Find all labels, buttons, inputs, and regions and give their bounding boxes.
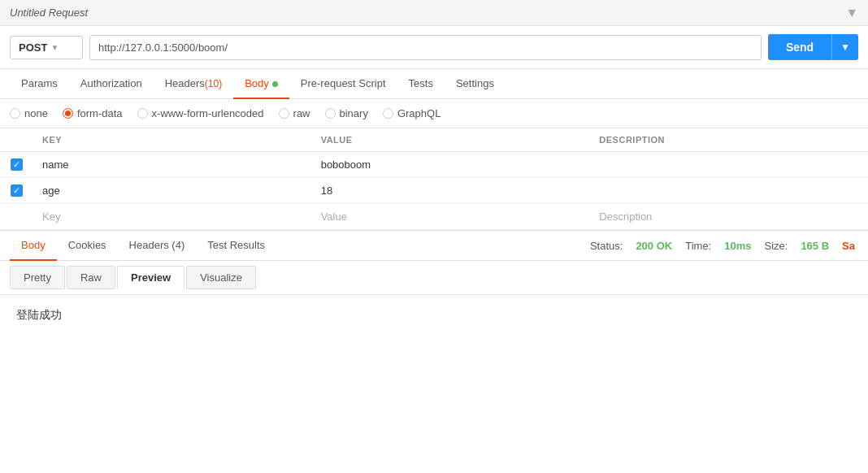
request-tabs: Params Authorization Headers(10) Body Pr… — [0, 69, 868, 99]
method-select[interactable]: POST ▼ — [10, 36, 83, 59]
tab-body[interactable]: Body — [233, 69, 289, 99]
response-tabs: Body Cookies Headers (4) Test Results — [10, 231, 276, 260]
url-bar: POST ▼ Send ▼ — [0, 26, 868, 69]
placeholder-value[interactable]: Value — [311, 204, 590, 229]
raw-radio[interactable] — [279, 108, 289, 119]
binary-radio[interactable] — [325, 108, 336, 119]
col-value: VALUE — [311, 128, 590, 151]
response-status: Status: 200 OK Time: 10ms Size: 165 B Sa — [590, 240, 858, 252]
row1-key[interactable]: name — [33, 152, 311, 177]
format-tab-raw[interactable]: Raw — [67, 266, 115, 289]
row2-value[interactable]: 18 — [311, 178, 590, 203]
format-tab-pretty[interactable]: Pretty — [10, 266, 65, 289]
option-none[interactable]: none — [10, 107, 48, 119]
row2-description[interactable] — [589, 184, 868, 197]
response-tab-cookies[interactable]: Cookies — [57, 231, 118, 261]
formdata-radio[interactable] — [63, 108, 73, 119]
response-text: 登陆成功 — [16, 308, 62, 321]
time-label: Time: — [685, 240, 711, 252]
row2-checkbox-cell: ✓ — [0, 178, 33, 203]
col-key: KEY — [33, 128, 311, 151]
size-value: 165 B — [801, 240, 829, 252]
placeholder-key[interactable]: Key — [33, 204, 311, 229]
tab-prerequest[interactable]: Pre-request Script — [289, 69, 397, 99]
placeholder-description[interactable]: Description — [589, 204, 868, 229]
response-tab-headers[interactable]: Headers (4) — [118, 231, 197, 261]
status-label: Status: — [590, 240, 623, 252]
placeholder-checkbox-cell — [0, 210, 33, 223]
row1-checkbox[interactable]: ✓ — [11, 158, 23, 171]
tab-params[interactable]: Params — [10, 69, 69, 99]
table-row-placeholder: Key Value Description — [0, 204, 868, 230]
tab-tests[interactable]: Tests — [397, 69, 445, 99]
tab-authorization[interactable]: Authorization — [69, 69, 154, 99]
urlencoded-radio[interactable] — [137, 108, 148, 119]
url-input[interactable] — [89, 35, 762, 60]
table-header: KEY VALUE DESCRIPTION — [0, 128, 868, 152]
title-bar-icon: ▼ — [845, 6, 858, 20]
table-row: ✓ age 18 — [0, 178, 868, 204]
table-row: ✓ name boboboom — [0, 152, 868, 178]
response-tabs-row: Body Cookies Headers (4) Test Results St… — [0, 230, 868, 261]
send-dropdown-button[interactable]: ▼ — [831, 34, 858, 60]
col-checkbox — [0, 128, 33, 151]
option-form-data[interactable]: form-data — [63, 107, 123, 119]
size-label: Size: — [764, 240, 788, 252]
response-tab-testresults[interactable]: Test Results — [196, 231, 276, 261]
row2-key[interactable]: age — [33, 178, 311, 203]
none-radio[interactable] — [10, 108, 20, 119]
row2-checkbox[interactable]: ✓ — [11, 184, 23, 197]
tab-headers[interactable]: Headers(10) — [154, 69, 233, 99]
option-urlencoded[interactable]: x-www-form-urlencoded — [137, 107, 264, 119]
save-response-link[interactable]: Sa — [842, 240, 855, 252]
format-tabs-row: Pretty Raw Preview Visualize — [0, 261, 868, 295]
body-table: KEY VALUE DESCRIPTION ✓ name boboboom ✓ … — [0, 128, 868, 230]
format-tab-visualize[interactable]: Visualize — [186, 266, 256, 289]
col-description: DESCRIPTION — [589, 128, 868, 151]
graphql-radio[interactable] — [383, 108, 393, 119]
response-body-content: 登陆成功 — [0, 295, 868, 336]
time-value: 10ms — [724, 240, 751, 252]
window-title: Untitled Request — [10, 7, 88, 19]
row1-description[interactable] — [589, 158, 868, 171]
method-arrow-icon: ▼ — [50, 43, 59, 52]
body-options: none form-data x-www-form-urlencoded raw… — [0, 99, 868, 128]
send-button[interactable]: Send — [768, 34, 831, 60]
option-graphql[interactable]: GraphQL — [383, 107, 441, 119]
option-binary[interactable]: binary — [325, 107, 368, 119]
format-tab-preview[interactable]: Preview — [117, 266, 184, 289]
response-tab-body[interactable]: Body — [10, 231, 57, 261]
row1-value[interactable]: boboboom — [311, 152, 590, 177]
method-label: POST — [19, 41, 47, 54]
title-bar: Untitled Request ▼ — [0, 0, 868, 26]
tab-settings[interactable]: Settings — [445, 69, 506, 99]
status-value: 200 OK — [636, 240, 672, 252]
option-raw[interactable]: raw — [279, 107, 310, 119]
row1-checkbox-cell: ✓ — [0, 152, 33, 177]
body-dot — [272, 81, 278, 87]
send-btn-group: Send ▼ — [768, 34, 858, 60]
